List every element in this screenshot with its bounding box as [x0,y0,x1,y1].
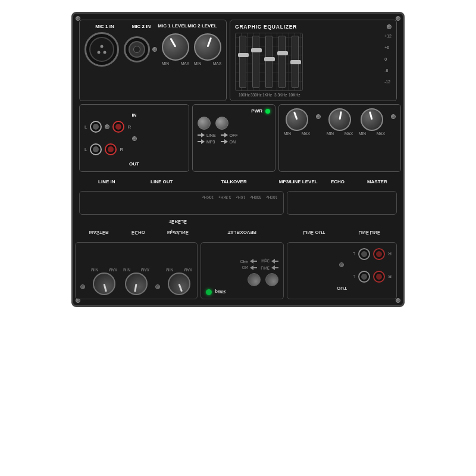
svg-rect-15 [253,267,257,268]
controls-panel: MIN MAX MIN MAX [278,104,401,172]
mp3-line-knob[interactable] [286,108,308,131]
svg-rect-17 [253,261,257,262]
mic2-in-label: MIC 2 IN [125,24,158,29]
controls-screw [316,114,321,119]
power-led [265,109,270,114]
rca-in-left[interactable] [90,121,102,133]
line-in-label: LINE IN [98,179,115,184]
svg-rect-3 [198,134,201,136]
device-body: MIC 1 IN MIC 2 IN MIC 1 LEVEL MIC 2 LEVE… [71,12,405,307]
corner-screw-tl [76,16,80,21]
mp3-label: MP3 [206,140,215,144]
out-label: OUT [129,161,139,167]
svg-marker-4 [201,133,205,137]
svg-rect-13 [275,261,278,262]
bottom-labels-row: LINE IN LINE OUT TALKOVER MP3/LINE LEVEL… [79,175,397,186]
echo-knob-group: MIN MAX [327,108,353,136]
corner-screw-tr [396,16,400,21]
rca-out-right[interactable] [105,143,117,155]
controls-screw-2 [391,114,396,119]
svg-rect-5 [198,141,201,142]
svg-marker-10 [224,139,228,144]
eq-freq-1k: 1KHz [262,93,270,97]
rca-out-left[interactable] [90,143,102,155]
off-switch-icon [221,133,228,137]
eq-scale: +12 +6 0 -6 -12 [384,33,392,85]
svg-marker-12 [271,265,275,270]
svg-point-2 [104,51,107,54]
reflection-section: TUO R L [79,191,397,299]
eq-screw [387,24,392,29]
eq-freq-10k: 10KHz [289,93,298,97]
echo-label: ECHO [331,179,345,184]
line-out-label: LINE OUT [151,179,173,184]
eq-title: GRAPHIC EQUALIZER [235,24,297,30]
eq-slider-2[interactable] [252,36,259,88]
in-label: IN [132,112,137,118]
svg-point-0 [101,45,104,48]
mic1-level-knob[interactable] [162,33,189,61]
mic2-level-knob[interactable] [194,33,221,61]
quarter-jack-connector[interactable] [124,36,150,62]
echo-knob[interactable] [328,108,351,131]
mic1-level-label: MIC 1 LEVEL [158,24,187,29]
svg-rect-9 [221,141,224,142]
xlr-connector[interactable] [84,32,119,67]
talkover-btn-2[interactable] [215,117,228,130]
on-switch-icon [221,139,228,144]
panel-screw-mid [132,136,137,141]
svg-marker-16 [250,265,253,270]
eq-slider-4[interactable] [278,36,286,88]
svg-rect-11 [275,267,278,268]
rca-in-center-top [105,124,109,129]
talkover-panel: PWR LINE [192,104,275,172]
top-section: MIC 1 IN MIC 2 IN MIC 1 LEVEL MIC 2 LEVE… [79,20,397,101]
eq-panel: GRAPHIC EQUALIZER [230,20,397,101]
svg-marker-18 [250,259,253,264]
off-label: OFF [230,133,238,137]
mp3-switch-icon [198,139,205,144]
talkover-label: TALKOVER [221,179,246,184]
panel-screw [152,47,157,52]
mp3-line-level-label: MP3/LINE LEVEL [279,179,318,184]
svg-marker-8 [224,133,228,137]
eq-freq-3k3: 3.3KHz [274,93,284,97]
master-knob[interactable] [361,108,383,131]
mic1-in-label: MIC 1 IN [84,24,125,29]
line-switch-icon [198,133,205,137]
mic2-level-label: MIC 2 LEVEL [187,24,217,29]
eq-freq-330: 330Hz [250,93,258,97]
eq-slider-3[interactable] [265,36,273,88]
svg-marker-6 [201,139,205,144]
mic-inputs-panel: MIC 1 IN MIC 2 IN MIC 1 LEVEL MIC 2 LEVE… [79,20,227,101]
master-knob-group: MIN MAX [359,108,385,136]
svg-marker-14 [271,259,275,264]
mic1-level-knob-group: MIN MAX [162,33,189,65]
on-label: ON [230,140,236,144]
mp3-line-knob-group: MIN MAX [284,108,310,136]
pwr-label: PWR [251,108,262,114]
middle-section: IN L R [79,104,397,172]
svg-point-1 [98,51,101,54]
eq-slider-1[interactable] [239,36,246,88]
master-label: MASTER [367,179,387,184]
eq-freq-100: 100Hz [239,93,246,97]
mic2-level-knob-group: MIN MAX [194,33,221,65]
talkover-btn-1[interactable] [198,117,211,130]
svg-rect-7 [221,134,224,136]
rca-in-right[interactable] [112,121,124,133]
eq-slider-5[interactable] [292,36,299,88]
line-io-panel: IN L R [79,104,189,172]
line-label: LINE [206,133,216,137]
